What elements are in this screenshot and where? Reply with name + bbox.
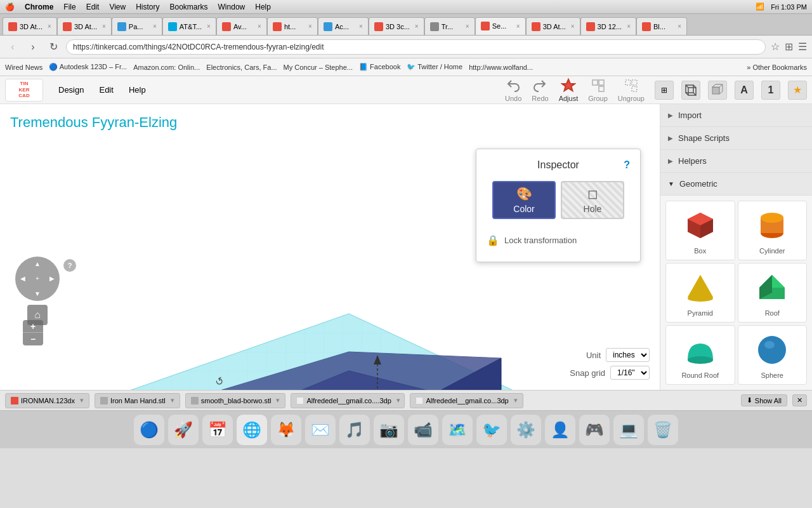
geometric-section-header[interactable]: ▼ Geometric — [660, 173, 812, 196]
back-button[interactable]: ‹ — [5, 39, 20, 55]
cube-wireframe-icon[interactable] — [681, 81, 700, 100]
shape-roof[interactable]: Roof — [738, 263, 808, 323]
edit-menu-app[interactable]: Edit — [91, 81, 121, 98]
ungroup-action[interactable]: Ungroup — [618, 78, 645, 102]
dock-twitter-icon[interactable]: 🐦 — [476, 415, 507, 445]
inspector-help-button[interactable]: ? — [624, 159, 630, 171]
bookmark-wolfand[interactable]: http://www.wolfand... — [469, 64, 533, 71]
tab-close[interactable]: × — [45, 23, 51, 30]
refresh-button[interactable]: ↻ — [46, 39, 61, 55]
bottom-tab-ironman[interactable]: IRONMAN.123dx ▾ — [5, 393, 89, 408]
dock-mail-icon[interactable]: ✉️ — [305, 415, 336, 445]
dock-photos-icon[interactable]: 📷 — [374, 415, 404, 445]
hole-type-button[interactable]: ◻ Hole — [561, 181, 624, 219]
shape-scripts-section-header[interactable]: ▶ Shape Scripts — [660, 127, 812, 150]
ironhand-tab-close[interactable]: ▾ — [171, 396, 174, 404]
dock-calendar-icon[interactable]: 📅 — [202, 415, 233, 445]
dock-maps-icon[interactable]: 🗺️ — [442, 415, 473, 445]
group-action[interactable]: Group — [588, 78, 608, 102]
tab-close[interactable]: × — [306, 23, 312, 30]
redo-action[interactable]: Redo — [532, 78, 548, 102]
tab-close[interactable]: × — [412, 23, 419, 30]
unit-select[interactable]: inches mm cm — [606, 348, 650, 362]
star-icon[interactable]: ★ — [788, 81, 807, 100]
shape-cylinder[interactable]: Cylinder — [738, 201, 808, 260]
tab-12[interactable]: 3D 12... × — [580, 17, 636, 35]
undo-action[interactable]: Undo — [505, 78, 521, 102]
bookmark-wired[interactable]: Wired News — [5, 64, 43, 71]
alfrede2-tab-close[interactable]: ▾ — [514, 396, 518, 404]
tab-6[interactable]: ht... × — [267, 17, 318, 35]
tab-close[interactable]: × — [357, 23, 363, 30]
bookmark-electronics[interactable]: Electronics, Cars, Fa... — [206, 64, 277, 71]
dock-music-icon[interactable]: 🎵 — [339, 415, 370, 445]
tab-8[interactable]: 3D 3c... × — [369, 17, 424, 35]
bookmark-star-icon[interactable]: ☆ — [771, 41, 780, 53]
adjust-action[interactable]: Adjust — [559, 78, 579, 102]
tab-13[interactable]: Bl... × — [636, 17, 687, 35]
alfrede1-tab-close[interactable]: ▾ — [396, 396, 400, 404]
help-menu[interactable]: Help — [255, 3, 271, 11]
tab-3[interactable]: Pa... × — [112, 17, 162, 35]
view-menu[interactable]: View — [109, 3, 126, 11]
tinkercad-logo[interactable]: TINKERCAD — [5, 79, 43, 102]
tab-7[interactable]: Ac... × — [318, 17, 369, 35]
bookmark-twitter[interactable]: 🐦 Twitter / Home — [407, 63, 462, 71]
edit-menu[interactable]: Edit — [86, 3, 100, 11]
grid-view-icon[interactable]: ⊞ — [655, 81, 674, 100]
dock-user-icon[interactable]: 👤 — [545, 415, 575, 445]
bookmark-facebook[interactable]: 📘 Facebook — [359, 63, 400, 71]
tab-close[interactable]: × — [255, 23, 261, 30]
ironman-tab-close[interactable]: ▾ — [80, 396, 84, 404]
bookmark-concur[interactable]: My Concur – Stephe... — [284, 64, 353, 71]
tab-close[interactable]: × — [675, 23, 681, 30]
shape-round-roof[interactable]: Round Roof — [665, 325, 735, 385]
tab-4[interactable]: AT&T... × — [162, 17, 216, 35]
dock-firefox-icon[interactable]: 🦊 — [271, 415, 301, 445]
tab-close[interactable]: × — [204, 23, 211, 30]
dock-game-icon[interactable]: 🎮 — [579, 415, 610, 445]
bottom-tab-smooth[interactable]: smooth_blad-borwo.stl ▾ — [185, 393, 286, 408]
tab-close[interactable]: × — [150, 23, 157, 30]
extensions-icon[interactable]: ⊞ — [785, 41, 793, 53]
import-section-header[interactable]: ▶ Import — [660, 104, 812, 127]
tab-5[interactable]: Av... × — [216, 17, 267, 35]
help-menu-app[interactable]: Help — [121, 81, 154, 98]
tab-close[interactable]: × — [463, 23, 469, 30]
tab-2[interactable]: 3D At... × — [57, 17, 112, 35]
window-menu[interactable]: Window — [218, 3, 246, 11]
dock-chrome-icon[interactable]: 🌐 — [237, 415, 267, 445]
apple-menu[interactable]: 🍎 — [5, 3, 15, 11]
tab-close[interactable]: × — [624, 23, 631, 30]
cube-solid-icon[interactable] — [708, 81, 727, 100]
dock-finder-icon[interactable]: 🔵 — [134, 415, 164, 445]
shape-pyramid[interactable]: Pyramid — [665, 263, 735, 323]
bottom-tab-alfrede2[interactable]: Alfrededel__gmail.co...3dp ▾ — [410, 393, 523, 408]
tab-1[interactable]: 3D At... × — [3, 17, 57, 35]
design-menu[interactable]: Design — [51, 81, 91, 98]
bookmarks-menu[interactable]: Bookmarks — [170, 3, 208, 11]
chrome-menu[interactable]: Chrome — [25, 3, 53, 11]
nav-left-arrow[interactable]: ◀ — [20, 275, 25, 282]
tab-11[interactable]: 3D At... × — [526, 17, 580, 35]
canvas-area[interactable]: Tremendous Fyyran-Elzing ▲ ◀ + ▶ ▼ ⌂ + −… — [0, 104, 660, 390]
dock-trash-icon[interactable]: 🗑️ — [648, 415, 678, 445]
file-menu[interactable]: File — [63, 3, 75, 11]
snap-select[interactable]: 1/16" 1/8" 1/4" 1" — [610, 366, 650, 380]
bookmark-amazon[interactable]: Amazon.com: Onlin... — [133, 64, 200, 71]
history-menu[interactable]: History — [136, 3, 159, 11]
tab-9[interactable]: Tr... × — [424, 17, 475, 35]
address-bar[interactable]: https://tinkercad.com/things/42NOtDC0RCA… — [66, 39, 766, 55]
shape-box[interactable]: Box — [665, 201, 735, 260]
tab-close[interactable]: × — [514, 23, 520, 30]
dock-facetime-icon[interactable]: 📹 — [408, 415, 438, 445]
dock-terminal-icon[interactable]: 💻 — [613, 415, 644, 445]
shape-sphere[interactable]: Sphere — [738, 325, 808, 385]
forward-button[interactable]: › — [25, 39, 41, 55]
show-all-button[interactable]: ⬇ Show All — [741, 394, 787, 406]
tab-close[interactable]: × — [568, 23, 575, 30]
color-type-button[interactable]: 🎨 Color — [492, 181, 556, 219]
bottom-tab-ironhand[interactable]: Iron Man Hand.stl ▾ — [95, 393, 180, 408]
dock-settings-icon[interactable]: ⚙️ — [511, 415, 541, 445]
bookmark-other[interactable]: » Other Bookmarks — [747, 64, 807, 71]
